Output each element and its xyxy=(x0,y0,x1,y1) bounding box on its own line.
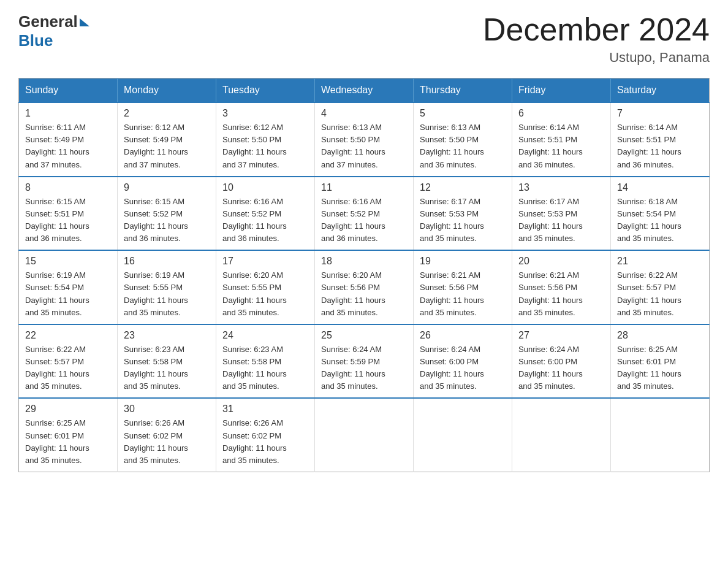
day-number: 1 xyxy=(25,108,111,119)
calendar-cell xyxy=(315,398,414,472)
calendar-cell: 27Sunrise: 6:24 AMSunset: 6:00 PMDayligh… xyxy=(512,324,611,399)
day-number: 7 xyxy=(617,108,703,119)
calendar-cell: 4Sunrise: 6:13 AMSunset: 5:50 PMDaylight… xyxy=(315,102,414,177)
day-number: 5 xyxy=(420,108,506,119)
day-number: 4 xyxy=(321,108,407,119)
day-info: Sunrise: 6:13 AMSunset: 5:50 PMDaylight:… xyxy=(420,121,506,171)
calendar-cell: 21Sunrise: 6:22 AMSunset: 5:57 PMDayligh… xyxy=(611,250,710,324)
day-number: 14 xyxy=(617,182,703,193)
logo: General Blue xyxy=(18,12,89,50)
day-info: Sunrise: 6:15 AMSunset: 5:52 PMDaylight:… xyxy=(124,196,210,245)
day-info: Sunrise: 6:13 AMSunset: 5:50 PMDaylight:… xyxy=(321,121,407,171)
day-number: 19 xyxy=(420,256,506,267)
day-info: Sunrise: 6:24 AMSunset: 5:59 PMDaylight:… xyxy=(321,343,407,393)
day-info: Sunrise: 6:23 AMSunset: 5:58 PMDaylight:… xyxy=(124,343,210,393)
day-info: Sunrise: 6:16 AMSunset: 5:52 PMDaylight:… xyxy=(321,196,407,245)
day-number: 9 xyxy=(124,182,210,193)
day-info: Sunrise: 6:24 AMSunset: 6:00 PMDaylight:… xyxy=(420,343,506,393)
day-number: 22 xyxy=(25,330,111,341)
day-number: 23 xyxy=(124,330,210,341)
calendar-cell: 29Sunrise: 6:25 AMSunset: 6:01 PMDayligh… xyxy=(19,398,118,472)
header-tuesday: Tuesday xyxy=(216,79,315,103)
calendar-cell: 17Sunrise: 6:20 AMSunset: 5:55 PMDayligh… xyxy=(216,250,315,324)
location-text: Ustupo, Panama xyxy=(483,50,710,66)
calendar-cell xyxy=(512,398,611,472)
week-row-5: 29Sunrise: 6:25 AMSunset: 6:01 PMDayligh… xyxy=(19,398,710,472)
week-row-4: 22Sunrise: 6:22 AMSunset: 5:57 PMDayligh… xyxy=(19,324,710,399)
calendar-cell: 23Sunrise: 6:23 AMSunset: 5:58 PMDayligh… xyxy=(118,324,216,399)
calendar-cell: 15Sunrise: 6:19 AMSunset: 5:54 PMDayligh… xyxy=(19,250,118,324)
week-row-1: 1Sunrise: 6:11 AMSunset: 5:49 PMDaylight… xyxy=(19,102,710,177)
calendar-table: SundayMondayTuesdayWednesdayThursdayFrid… xyxy=(18,78,710,472)
calendar-cell: 22Sunrise: 6:22 AMSunset: 5:57 PMDayligh… xyxy=(19,324,118,399)
day-number: 25 xyxy=(321,330,407,341)
day-number: 27 xyxy=(518,330,604,341)
day-number: 21 xyxy=(617,256,703,267)
calendar-cell xyxy=(611,398,710,472)
calendar-cell xyxy=(414,398,512,472)
logo-triangle-icon xyxy=(80,18,89,26)
header-sunday: Sunday xyxy=(19,79,118,103)
day-info: Sunrise: 6:12 AMSunset: 5:50 PMDaylight:… xyxy=(222,121,308,171)
day-number: 13 xyxy=(518,182,604,193)
day-number: 20 xyxy=(518,256,604,267)
header-thursday: Thursday xyxy=(414,79,512,103)
day-number: 8 xyxy=(25,182,111,193)
day-info: Sunrise: 6:14 AMSunset: 5:51 PMDaylight:… xyxy=(617,121,703,171)
calendar-cell: 26Sunrise: 6:24 AMSunset: 6:00 PMDayligh… xyxy=(414,324,512,399)
calendar-cell: 2Sunrise: 6:12 AMSunset: 5:49 PMDaylight… xyxy=(118,102,216,177)
header-monday: Monday xyxy=(118,79,216,103)
day-number: 31 xyxy=(222,404,308,415)
month-title: December 2024 xyxy=(483,12,710,47)
day-info: Sunrise: 6:19 AMSunset: 5:54 PMDaylight:… xyxy=(25,269,111,319)
day-info: Sunrise: 6:15 AMSunset: 5:51 PMDaylight:… xyxy=(25,196,111,245)
calendar-cell: 31Sunrise: 6:26 AMSunset: 6:02 PMDayligh… xyxy=(216,398,315,472)
day-info: Sunrise: 6:14 AMSunset: 5:51 PMDaylight:… xyxy=(518,121,604,171)
calendar-cell: 25Sunrise: 6:24 AMSunset: 5:59 PMDayligh… xyxy=(315,324,414,399)
calendar-cell: 11Sunrise: 6:16 AMSunset: 5:52 PMDayligh… xyxy=(315,177,414,251)
day-number: 29 xyxy=(25,404,111,415)
day-info: Sunrise: 6:22 AMSunset: 5:57 PMDaylight:… xyxy=(25,343,111,393)
day-number: 16 xyxy=(124,256,210,267)
calendar-cell: 13Sunrise: 6:17 AMSunset: 5:53 PMDayligh… xyxy=(512,177,611,251)
day-info: Sunrise: 6:21 AMSunset: 5:56 PMDaylight:… xyxy=(518,269,604,319)
header-saturday: Saturday xyxy=(611,79,710,103)
day-info: Sunrise: 6:12 AMSunset: 5:49 PMDaylight:… xyxy=(124,121,210,171)
header-friday: Friday xyxy=(512,79,611,103)
calendar-cell: 10Sunrise: 6:16 AMSunset: 5:52 PMDayligh… xyxy=(216,177,315,251)
week-row-3: 15Sunrise: 6:19 AMSunset: 5:54 PMDayligh… xyxy=(19,250,710,324)
day-number: 24 xyxy=(222,330,308,341)
calendar-cell: 16Sunrise: 6:19 AMSunset: 5:55 PMDayligh… xyxy=(118,250,216,324)
calendar-cell: 12Sunrise: 6:17 AMSunset: 5:53 PMDayligh… xyxy=(414,177,512,251)
day-info: Sunrise: 6:19 AMSunset: 5:55 PMDaylight:… xyxy=(124,269,210,319)
calendar-cell: 14Sunrise: 6:18 AMSunset: 5:54 PMDayligh… xyxy=(611,177,710,251)
calendar-cell: 28Sunrise: 6:25 AMSunset: 6:01 PMDayligh… xyxy=(611,324,710,399)
day-number: 6 xyxy=(518,108,604,119)
calendar-cell: 6Sunrise: 6:14 AMSunset: 5:51 PMDaylight… xyxy=(512,102,611,177)
title-section: December 2024 Ustupo, Panama xyxy=(483,12,710,66)
logo-blue-text: Blue xyxy=(18,31,53,50)
day-info: Sunrise: 6:25 AMSunset: 6:01 PMDaylight:… xyxy=(617,343,703,393)
day-info: Sunrise: 6:16 AMSunset: 5:52 PMDaylight:… xyxy=(222,196,308,245)
calendar-cell: 9Sunrise: 6:15 AMSunset: 5:52 PMDaylight… xyxy=(118,177,216,251)
calendar-cell: 5Sunrise: 6:13 AMSunset: 5:50 PMDaylight… xyxy=(414,102,512,177)
day-info: Sunrise: 6:25 AMSunset: 6:01 PMDaylight:… xyxy=(25,417,111,467)
calendar-cell: 1Sunrise: 6:11 AMSunset: 5:49 PMDaylight… xyxy=(19,102,118,177)
day-number: 15 xyxy=(25,256,111,267)
day-number: 12 xyxy=(420,182,506,193)
day-info: Sunrise: 6:18 AMSunset: 5:54 PMDaylight:… xyxy=(617,196,703,245)
calendar-cell: 18Sunrise: 6:20 AMSunset: 5:56 PMDayligh… xyxy=(315,250,414,324)
calendar-header-row: SundayMondayTuesdayWednesdayThursdayFrid… xyxy=(19,79,710,103)
day-info: Sunrise: 6:26 AMSunset: 6:02 PMDaylight:… xyxy=(222,417,308,467)
calendar-cell: 7Sunrise: 6:14 AMSunset: 5:51 PMDaylight… xyxy=(611,102,710,177)
day-number: 3 xyxy=(222,108,308,119)
header-wednesday: Wednesday xyxy=(315,79,414,103)
day-number: 17 xyxy=(222,256,308,267)
day-number: 2 xyxy=(124,108,210,119)
day-info: Sunrise: 6:20 AMSunset: 5:56 PMDaylight:… xyxy=(321,269,407,319)
day-number: 30 xyxy=(124,404,210,415)
calendar-cell: 20Sunrise: 6:21 AMSunset: 5:56 PMDayligh… xyxy=(512,250,611,324)
day-info: Sunrise: 6:26 AMSunset: 6:02 PMDaylight:… xyxy=(124,417,210,467)
day-info: Sunrise: 6:11 AMSunset: 5:49 PMDaylight:… xyxy=(25,121,111,171)
day-number: 18 xyxy=(321,256,407,267)
